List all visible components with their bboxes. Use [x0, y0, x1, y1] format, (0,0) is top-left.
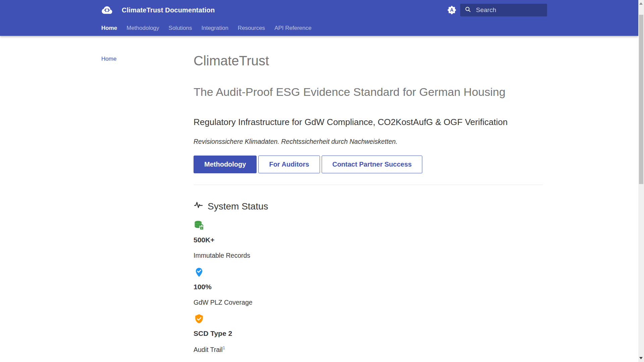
tagline-heading: The Audit-Proof ESG Evidence Standard fo…: [194, 85, 543, 99]
vertical-scrollbar[interactable]: [638, 0, 644, 362]
stat-label: GdW PLZ Coverage: [194, 299, 543, 306]
scroll-up-arrow-icon[interactable]: [639, 2, 643, 5]
footnote-ref-link[interactable]: 1: [223, 345, 225, 350]
map-marker-check-icon: [194, 267, 543, 278]
tab-solutions[interactable]: Solutions: [169, 25, 192, 32]
section-divider: [194, 185, 543, 185]
app-title: ClimateTrust Documentation: [122, 0, 215, 20]
header-top-row: ClimateTrust Documentation: [0, 0, 638, 20]
stat-label: Audit Trail1: [194, 346, 543, 353]
search-input[interactable]: [475, 6, 543, 14]
stat-value: 500K+: [194, 236, 543, 244]
sidebar-nav: Home: [101, 56, 182, 62]
system-status-heading: System Status: [194, 200, 543, 212]
shield-check-icon: [194, 313, 543, 324]
stat-label: Immutable Records: [194, 252, 543, 259]
tab-resources[interactable]: Resources: [238, 25, 265, 32]
brightness-auto-icon: [447, 5, 457, 15]
nav-tabs: Home Methodology Solutions Integration R…: [0, 20, 638, 36]
database-lock-icon: [194, 220, 543, 231]
scroll-down-arrow-icon[interactable]: [639, 357, 643, 359]
sidebar-item-home[interactable]: Home: [101, 56, 116, 62]
cloud-code-icon: [101, 4, 113, 16]
stat-value: 100%: [194, 283, 543, 291]
stat-gdw-plz-coverage: 100% GdW PLZ Coverage: [194, 267, 543, 306]
app-header: ClimateTrust Documentation Home Methodol…: [0, 0, 638, 36]
tab-methodology[interactable]: Methodology: [126, 25, 159, 32]
search-box[interactable]: [460, 4, 547, 16]
page-title: ClimateTrust: [194, 53, 543, 68]
system-status-label: System Status: [208, 201, 268, 212]
cta-button-row: Methodology For Auditors Contact Partner…: [194, 156, 543, 173]
scrollbar-thumb[interactable]: [639, 15, 643, 184]
status-stats-list: 500K+ Immutable Records 100% GdW PLZ Cov…: [194, 220, 543, 362]
lead-text: Revisionssichere Klimadaten. Rechtssiche…: [194, 138, 543, 145]
pulse-icon: [194, 200, 203, 212]
methodology-button[interactable]: Methodology: [194, 156, 257, 173]
tab-home[interactable]: Home: [101, 25, 117, 32]
theme-toggle-button[interactable]: [446, 4, 458, 16]
contact-partner-success-button[interactable]: Contact Partner Success: [322, 156, 423, 173]
for-auditors-button[interactable]: For Auditors: [258, 156, 320, 173]
stat-value: SCD Type 2: [194, 329, 543, 338]
search-icon: [464, 6, 472, 14]
tab-integration[interactable]: Integration: [202, 25, 228, 32]
certificate-icon: [194, 360, 543, 362]
stat-scd-type-2: SCD Type 2 Audit Trail1: [194, 313, 543, 353]
main-content: ClimateTrust The Audit-Proof ESG Evidenc…: [194, 0, 543, 362]
tab-api-reference[interactable]: API Reference: [274, 25, 312, 32]
stat-certificate: [194, 360, 543, 362]
subheading: Regulatory Infrastructure for GdW Compli…: [194, 117, 543, 127]
stat-immutable-records: 500K+ Immutable Records: [194, 220, 543, 259]
